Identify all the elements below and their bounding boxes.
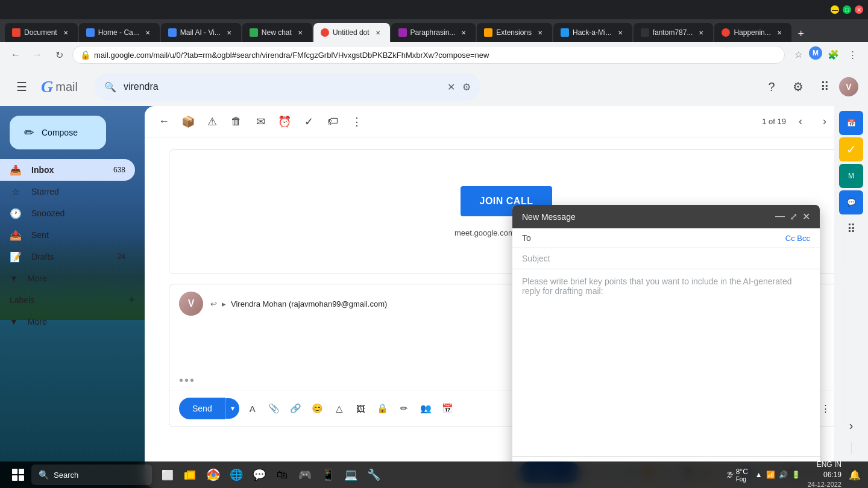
tab-home[interactable]: Home - Ca... ✕: [79, 23, 160, 42]
search-bar[interactable]: 🔍 ✕ ⚙: [95, 73, 480, 101]
sidebar-item-sent[interactable]: 📤 Sent: [0, 224, 135, 246]
tab-close-fantom[interactable]: ✕: [696, 28, 706, 37]
tab-close-home[interactable]: ✕: [143, 28, 153, 37]
taskbar-task-view[interactable]: ⬜: [157, 464, 178, 486]
tab-close-paraphrase[interactable]: ✕: [459, 28, 468, 37]
filter-search-icon[interactable]: ⚙: [462, 81, 471, 93]
compose-close-button[interactable]: ✕: [802, 211, 810, 222]
emoji-icon[interactable]: 😊: [309, 400, 326, 417]
done-button[interactable]: ✓: [299, 112, 318, 131]
clear-search-icon[interactable]: ✕: [447, 81, 455, 93]
taskbar-file-explorer[interactable]: [180, 464, 201, 486]
back-to-inbox-button[interactable]: ←: [154, 112, 174, 131]
compose-minimize-button[interactable]: —: [775, 211, 785, 222]
volume-icon[interactable]: 🔊: [779, 471, 788, 479]
apps-icon[interactable]: ⠿: [813, 75, 837, 99]
taskbar-search[interactable]: 🔍 Search: [31, 465, 152, 485]
prev-email-button[interactable]: ‹: [791, 112, 810, 131]
sidebar-item-inbox[interactable]: 📥 Inbox 638: [0, 159, 135, 181]
tray-up-arrow[interactable]: ▲: [755, 471, 763, 479]
compose-to-field[interactable]: To Cc Bcc: [512, 228, 820, 248]
tab-close-document[interactable]: ✕: [61, 28, 71, 37]
sidebar-item-labels-more[interactable]: ▼ More: [0, 311, 135, 333]
hamburger-menu[interactable]: ☰: [10, 75, 34, 99]
tab-close-hack[interactable]: ✕: [615, 28, 625, 37]
right-panel-expand-icon[interactable]: ›: [839, 413, 863, 437]
battery-icon[interactable]: 🔋: [791, 471, 800, 479]
sidebar-item-starred[interactable]: ☆ Starred: [0, 181, 135, 202]
clock-widget[interactable]: ENG IN 06:19 24-12-2022: [808, 460, 841, 488]
tab-close-happening[interactable]: ✕: [775, 28, 784, 37]
address-bar[interactable]: 🔒 mail.google.com/mail/u/0/?tab=rm&ogbl#…: [72, 46, 785, 64]
lock-icon[interactable]: 🔒: [374, 400, 391, 417]
tab-hack[interactable]: Hack-a-Mi... ✕: [553, 23, 632, 42]
people-icon[interactable]: 👥: [418, 400, 435, 417]
tab-extensions[interactable]: Extensions ✕: [477, 23, 552, 42]
taskbar-unknown[interactable]: 🔧: [363, 464, 385, 486]
send-arrow-button[interactable]: ▾: [225, 398, 239, 419]
snooze-button[interactable]: ⏰: [275, 112, 294, 131]
tab-close-new-chat[interactable]: ✕: [295, 28, 305, 37]
taskbar-edge[interactable]: 🌐: [225, 464, 247, 486]
photo-icon[interactable]: 🖼: [353, 400, 370, 417]
calendar-icon[interactable]: 📅: [439, 400, 456, 417]
tab-paraphrase[interactable]: Paraphrasin... ✕: [391, 23, 476, 42]
archive-button[interactable]: 📦: [178, 112, 198, 131]
tab-untitled[interactable]: Untitled dot ✕: [313, 23, 390, 42]
more-actions-button[interactable]: ⋮: [347, 112, 366, 131]
start-button[interactable]: [7, 464, 29, 486]
right-panel-apps-icon[interactable]: ⠿: [839, 217, 863, 241]
back-button[interactable]: ←: [7, 46, 24, 63]
tab-happening[interactable]: Happenin... ✕: [714, 23, 791, 42]
compose-button[interactable]: ✏ Compose: [10, 116, 106, 149]
google-chat-icon[interactable]: 💬: [839, 190, 863, 214]
mark-unread-button[interactable]: ✉: [251, 112, 270, 131]
sidebar-item-snoozed[interactable]: 🕐 Snoozed: [0, 202, 135, 224]
taskbar-chrome[interactable]: [203, 464, 224, 486]
maximize-button[interactable]: □: [843, 5, 851, 14]
next-email-button[interactable]: ›: [815, 112, 834, 131]
forward-button[interactable]: →: [29, 46, 46, 63]
insert-link-icon[interactable]: 🔗: [288, 400, 304, 417]
google-meet-icon[interactable]: M: [839, 164, 863, 188]
compose-body[interactable]: Please write brief key points that you w…: [512, 269, 820, 456]
compose-cc-bcc-button[interactable]: Cc Bcc: [785, 234, 810, 243]
notification-icon[interactable]: 🔔: [849, 469, 861, 481]
format-text-icon[interactable]: A: [244, 400, 261, 417]
send-button[interactable]: Send: [179, 398, 225, 419]
add-label-icon[interactable]: +: [128, 294, 135, 307]
compose-subject-input[interactable]: [522, 254, 810, 263]
taskbar-vscode[interactable]: 💻: [340, 464, 362, 486]
tab-fantom[interactable]: fantom787... ✕: [634, 23, 714, 42]
profile-icon[interactable]: M: [809, 46, 822, 60]
drive-icon[interactable]: △: [331, 400, 348, 417]
tab-mail-ai[interactable]: Mail AI - Vi... ✕: [161, 23, 241, 42]
tab-close-mail-ai[interactable]: ✕: [224, 28, 234, 37]
compose-expand-button[interactable]: ⤢: [790, 211, 797, 222]
compose-to-input[interactable]: [536, 233, 785, 243]
google-tasks-icon[interactable]: ✓: [839, 137, 863, 161]
minimize-button[interactable]: —: [831, 5, 839, 14]
google-calendar-icon[interactable]: 📅: [839, 111, 863, 135]
network-icon[interactable]: 📶: [766, 471, 775, 479]
sidebar-item-more[interactable]: ▼ More: [0, 267, 135, 289]
taskbar-discord[interactable]: 🎮: [294, 464, 316, 486]
tab-document[interactable]: Document ✕: [5, 23, 78, 42]
compose-subject-field[interactable]: [512, 248, 820, 269]
search-input[interactable]: [124, 81, 440, 92]
extension-icon[interactable]: 🧩: [825, 46, 841, 63]
sidebar-item-drafts[interactable]: 📝 Drafts 24: [0, 246, 135, 267]
delete-button[interactable]: 🗑: [227, 112, 246, 131]
new-tab-button[interactable]: +: [793, 25, 810, 42]
bookmark-icon[interactable]: ☆: [790, 46, 807, 63]
taskbar-teams[interactable]: 💬: [248, 464, 270, 486]
settings-icon[interactable]: ⚙: [786, 75, 810, 99]
labels-header[interactable]: Labels +: [0, 289, 145, 311]
tab-close-extensions[interactable]: ✕: [535, 28, 545, 37]
attach-file-icon[interactable]: 📎: [266, 400, 283, 417]
spam-button[interactable]: ⚠: [203, 112, 222, 131]
close-button[interactable]: ✕: [855, 5, 863, 14]
user-avatar[interactable]: V: [839, 77, 858, 96]
taskbar-store[interactable]: 🛍: [271, 464, 293, 486]
compose-popup-header[interactable]: New Message — ⤢ ✕: [512, 205, 820, 228]
